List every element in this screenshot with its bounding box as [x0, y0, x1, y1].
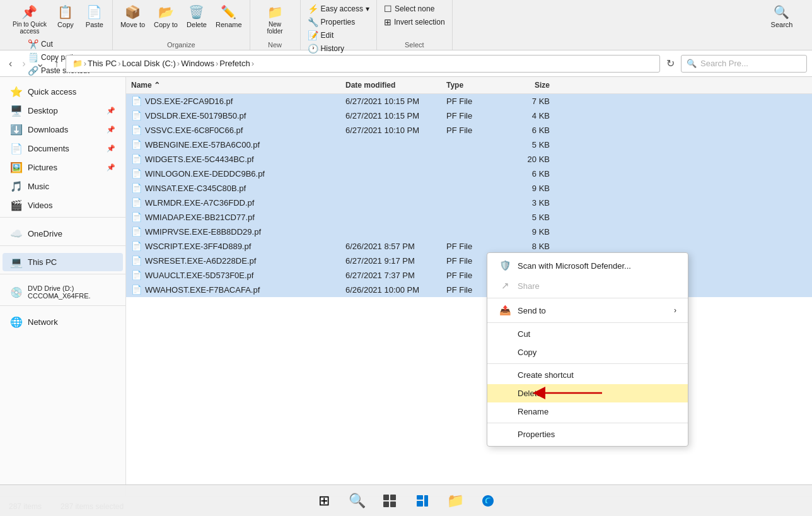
move-to-button[interactable]: 📦 Move to — [117, 3, 149, 30]
delete-icon: 🗑️ — [188, 4, 204, 20]
table-row[interactable]: 📄WMIPRVSE.EXE-E8B8DD29.pf 9 KB — [126, 225, 812, 239]
taskbar-search-button[interactable]: 🔍 — [344, 488, 370, 514]
sidebar-label-desktop: Desktop — [28, 106, 58, 115]
delete-button[interactable]: 🗑️ Delete — [183, 3, 211, 30]
copy-button[interactable]: 📋 Copy — [52, 3, 79, 37]
sidebar-item-desktop[interactable]: 🖥️ Desktop 📌 — [3, 102, 123, 120]
up-button[interactable]: ↑ — [50, 56, 63, 72]
ctx-scan-defender[interactable]: 🛡️ Scan with Microsoft Defender... — [487, 255, 688, 276]
cut-icon: ✂️ — [28, 39, 38, 49]
this-pc-icon: 💻 — [10, 256, 23, 268]
sidebar-label-onedrive: OneDrive — [28, 229, 62, 238]
ctx-divider-3 — [487, 363, 688, 364]
task-view-button[interactable] — [376, 488, 403, 514]
pin-desktop-icon: 📌 — [107, 107, 115, 115]
pin-label: Pin to Quickaccess — [13, 21, 47, 35]
taskbar: ⊞ 🔍 📁 — [0, 484, 812, 516]
sidebar-item-downloads[interactable]: ⬇️ Downloads 📌 — [3, 120, 123, 139]
ctx-create-shortcut[interactable]: Create shortcut — [487, 366, 688, 384]
new-group: 📁 Newfolder New — [250, 0, 301, 50]
col-size-header[interactable]: Size — [504, 81, 555, 90]
new-folder-button[interactable]: 📁 Newfolder — [261, 3, 289, 37]
ctx-copy-label: Copy — [518, 348, 536, 357]
table-row[interactable]: 📄VSSVC.EXE-6C8F0C66.pf 6/27/2021 10:10 P… — [126, 123, 812, 138]
widgets-button[interactable] — [409, 488, 436, 514]
table-row[interactable]: 📄WINLOGON.EXE-DEDDC9B6.pf 6 KB — [126, 167, 812, 181]
ctx-divider-4 — [487, 423, 688, 423]
ctx-delete[interactable]: Delete — [487, 384, 688, 402]
dvd-icon: 💿 — [10, 286, 23, 298]
edge-browser-button[interactable] — [475, 488, 501, 514]
table-row[interactable]: 📄WSRESET.EXE-A6D228DE.pf 6/27/2021 9:17 … — [126, 254, 812, 268]
sidebar-item-this-pc[interactable]: 💻 This PC — [3, 253, 123, 271]
address-bar: ‹ › ⌄ ↑ 📁 › This PC › Local Disk (C:) › … — [0, 50, 812, 77]
svg-rect-5 — [417, 495, 423, 500]
clipboard-group: 📌 Pin to Quickaccess 📋 Copy 📄 Paste ✂️ C… — [5, 0, 113, 50]
forward-button[interactable]: › — [18, 56, 29, 72]
table-row[interactable]: 📄VDS.EXE-2FCA9D16.pf 6/27/2021 10:15 PM … — [126, 94, 812, 108]
col-name-header[interactable]: Name ⌃ — [126, 81, 340, 90]
table-row[interactable]: 📄WBENGINE.EXE-57BA6C00.pf 5 KB — [126, 138, 812, 152]
refresh-button[interactable]: ↻ — [663, 55, 678, 72]
pin-icon: 📌 — [21, 4, 37, 20]
ctx-properties[interactable]: Properties — [487, 425, 688, 443]
sidebar-item-videos[interactable]: 🎬 Videos — [3, 196, 123, 214]
copy-to-button[interactable]: 📂 Copy to — [150, 3, 182, 30]
pin-to-quick-button[interactable]: 📌 Pin to Quickaccess — [9, 3, 50, 37]
ctx-divider-1 — [487, 298, 688, 298]
sidebar-item-pictures[interactable]: 🖼️ Pictures 📌 — [3, 158, 123, 177]
videos-icon: 🎬 — [10, 199, 23, 211]
properties-button[interactable]: 🔧 Properties — [304, 16, 373, 28]
ctx-share[interactable]: ↗ Share — [487, 276, 688, 296]
ctx-delete-label: Delete — [518, 389, 542, 398]
invert-selection-button[interactable]: ⊞ Invert selection — [381, 16, 448, 28]
sidebar-item-network[interactable]: 🌐 Network — [3, 313, 123, 331]
search-ribbon-icon: 🔍 — [774, 4, 789, 20]
sidebar-item-onedrive[interactable]: ☁️ OneDrive — [3, 225, 123, 243]
ctx-cut[interactable]: Cut — [487, 325, 688, 343]
col-type-header[interactable]: Type — [441, 81, 504, 90]
sidebar-item-quick-access[interactable]: ⭐ Quick access — [3, 83, 123, 101]
select-none-button[interactable]: ☐ Select none — [381, 3, 448, 15]
table-row[interactable]: 📄WUAUCLT.EXE-5D573F0E.pf 6/27/2021 7:37 … — [126, 268, 812, 283]
select-label: Select — [405, 41, 424, 49]
address-path[interactable]: 📁 › This PC › Local Disk (C:) › Windows … — [66, 55, 660, 73]
sidebar-label-videos: Videos — [28, 201, 53, 210]
svg-rect-2 — [390, 495, 396, 500]
ctx-properties-label: Properties — [518, 430, 555, 439]
sidebar-label-music: Music — [28, 182, 49, 191]
history-button[interactable]: 🕐 History — [304, 42, 373, 55]
cut-button[interactable]: ✂️ Cut — [25, 38, 93, 50]
windows-start-button[interactable]: ⊞ — [311, 488, 337, 514]
table-row[interactable]: 📄WINSAT.EXE-C345C80B.pf 9 KB — [126, 181, 812, 196]
sidebar-item-dvd[interactable]: 💿 DVD Drive (D:) CCCOMA_X64FRE. — [3, 281, 123, 303]
ctx-rename[interactable]: Rename — [487, 402, 688, 421]
table-row[interactable]: 📄WIDGETS.EXE-5C4434BC.pf 20 KB — [126, 152, 812, 167]
table-row[interactable]: 📄WSCRIPT.EXE-3FF4D889.pf 6/26/2021 8:57 … — [126, 239, 812, 254]
search-box[interactable]: 🔍 Search Pre... — [681, 55, 807, 73]
table-row[interactable]: 📄WWAHOST.EXE-F7BACAFA.pf 6/26/2021 10:00… — [126, 283, 812, 297]
file-explorer-button[interactable]: 📁 — [442, 488, 468, 514]
sidebar-item-music[interactable]: 🎵 Music — [3, 177, 123, 196]
open-group: ⚡ Easy access ▾ 🔧 Properties 📝 Edit 🕐 Hi… — [301, 0, 377, 50]
edit-icon: 📝 — [308, 30, 318, 40]
back-button[interactable]: ‹ — [5, 56, 16, 72]
svg-rect-7 — [424, 495, 428, 507]
edit-button[interactable]: 📝 Edit — [304, 29, 373, 42]
pin-downloads-icon: 📌 — [107, 126, 115, 134]
ctx-send-to[interactable]: 📤 Send to › — [487, 300, 688, 320]
paste-button[interactable]: 📄 Paste — [81, 3, 108, 37]
search-button[interactable]: 🔍 Search — [767, 3, 797, 30]
easy-access-button[interactable]: ⚡ Easy access ▾ — [304, 3, 373, 15]
sidebar-item-documents[interactable]: 📄 Documents 📌 — [3, 139, 123, 158]
rename-button[interactable]: ✏️ Rename — [212, 3, 246, 30]
col-date-header[interactable]: Date modified — [340, 81, 441, 90]
table-row[interactable]: 📄WMIADAP.EXE-BB21CD77.pf 5 KB — [126, 210, 812, 225]
ctx-copy[interactable]: Copy — [487, 343, 688, 361]
recent-locations-button[interactable]: ⌄ — [32, 55, 48, 72]
organize-group: 📦 Move to 📂 Copy to 🗑️ Delete ✏️ Rename … — [113, 0, 250, 50]
table-row[interactable]: 📄WLRMDR.EXE-A7C36FDD.pf 3 KB — [126, 196, 812, 210]
table-row[interactable]: 📄VDSLDR.EXE-50179B50.pf 6/27/2021 10:15 … — [126, 108, 812, 123]
move-icon: 📦 — [125, 4, 141, 20]
svg-rect-6 — [417, 501, 423, 507]
